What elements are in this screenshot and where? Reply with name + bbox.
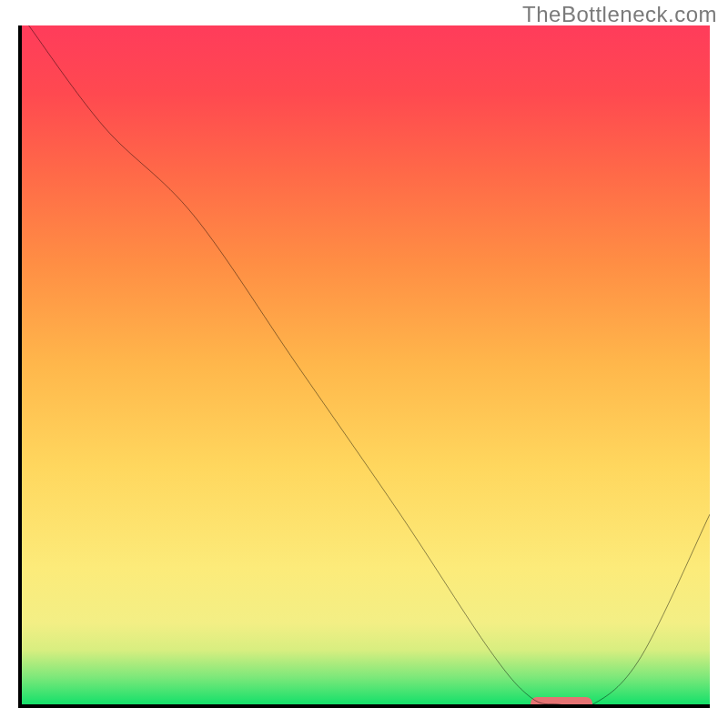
curve-path — [29, 25, 710, 704]
watermark-label: TheBottleneck.com — [522, 2, 717, 27]
bottleneck-curve — [22, 25, 710, 704]
optimal-range-marker — [531, 697, 592, 708]
chart-container: TheBottleneck.com — [0, 0, 728, 728]
plot-area — [18, 25, 710, 708]
